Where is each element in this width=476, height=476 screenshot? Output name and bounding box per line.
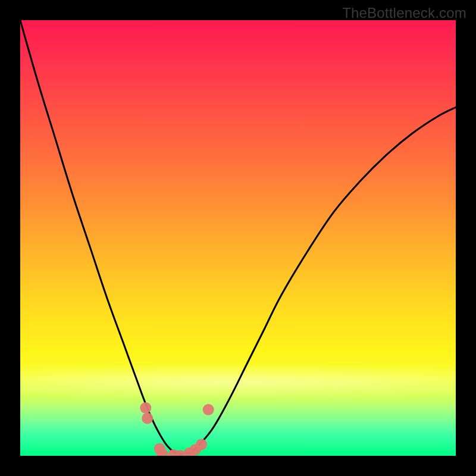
- heat-gradient: [20, 20, 456, 456]
- watermark-text: TheBottleneck.com: [342, 5, 466, 21]
- plot-area: [20, 20, 456, 456]
